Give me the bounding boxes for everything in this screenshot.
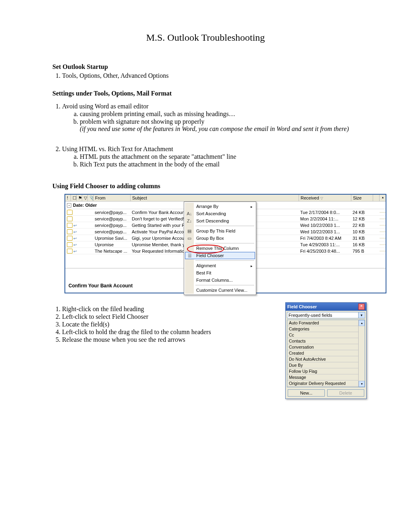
heading-startup: Set Outlook Startup: [52, 63, 359, 71]
col-flag-icon[interactable]: ▽: [82, 195, 88, 201]
field-chooser-title: Field Chooser: [287, 304, 317, 309]
field-chooser-icon: ☰: [187, 253, 193, 258]
menu-item[interactable]: Arrange By: [185, 203, 255, 210]
mf-item-1: Avoid using Word as email editor causing…: [62, 103, 359, 133]
field-category-combo[interactable]: Frequently-used fields: [287, 312, 365, 318]
field-list[interactable]: Auto ForwardedCategoriesCcContactsConver…: [287, 320, 365, 387]
cell-size: 795 B: [351, 248, 373, 254]
mf-item-1a: causing problem printing email, such as …: [80, 110, 359, 118]
field-item[interactable]: Originator Delivery Requested: [287, 380, 358, 387]
field-item[interactable]: Contacts: [287, 338, 358, 344]
col-reminder-icon[interactable]: ⚑: [77, 195, 82, 201]
cell-from: service@payp...: [93, 210, 131, 215]
cell-flag: [373, 225, 380, 226]
menu-item-label: Arrange By: [196, 204, 218, 209]
menu-item-label: Best Fit: [196, 270, 211, 275]
field-chooser-titlebar[interactable]: Field Chooser ×: [286, 303, 366, 311]
field-chooser-dialog: Field Chooser × Frequently-used fields A…: [285, 302, 367, 399]
cell-flag: [373, 244, 380, 245]
menu-separator: [195, 243, 254, 243]
column-context-menu: Arrange ByA↓Sort AscendingZ↓Sort Descend…: [184, 202, 256, 295]
menu-item[interactable]: Remove This Column: [185, 245, 255, 252]
field-item[interactable]: Auto Forwarded: [287, 320, 358, 326]
menu-item[interactable]: A↓Sort Ascending: [185, 210, 255, 217]
menu-separator: [195, 260, 254, 261]
menu-item-label: Customize Current View...: [196, 288, 247, 293]
col-received[interactable]: Received ▽: [299, 195, 351, 201]
reply-icon: [73, 223, 77, 226]
field-item[interactable]: Due By: [287, 362, 358, 368]
menu-item[interactable]: ▤Group By This Field: [185, 227, 255, 235]
cell-received: Wed 10/22/2003 1...: [299, 222, 351, 228]
group-field-icon: ▤: [187, 228, 192, 234]
delete-field-button: Delete: [327, 389, 364, 397]
cell-received: Mon 2/2/2004 11:...: [299, 216, 351, 222]
cell-size: 24 KB: [351, 210, 373, 215]
cell-flag: [373, 231, 380, 232]
field-item[interactable]: Follow Up Flag: [287, 368, 358, 374]
cell-flag: [373, 212, 380, 213]
field-item[interactable]: Conversation: [287, 344, 358, 350]
menu-item-label: Format Columns...: [196, 278, 232, 283]
envelope-icon: [67, 242, 73, 247]
mf-item-1b-text: problem with signature not showing up pr…: [80, 118, 204, 125]
cell-size: 10 KB: [351, 229, 373, 235]
submenu-arrow-icon: [251, 263, 253, 268]
close-icon[interactable]: ×: [358, 303, 365, 310]
menu-item-label: Group By This Field: [196, 229, 235, 233]
menu-item-label: Sort Descending: [196, 218, 229, 223]
mf-item-2-text: Using HTML vs. Rich Text for Attachment: [62, 145, 173, 152]
group-box-icon: ▭: [187, 235, 192, 241]
mf-item-2a: HTML puts the attachment on the separate…: [80, 153, 359, 160]
menu-item[interactable]: Alignment: [185, 262, 255, 269]
cell-received: Tue 4/29/2003 11:...: [299, 242, 351, 247]
menu-item[interactable]: Best Fit: [185, 269, 255, 276]
mailformat-list: Avoid using Word as email editor causing…: [62, 103, 359, 133]
envelope-icon: [67, 210, 73, 215]
field-list-scrollbar[interactable]: [358, 320, 365, 387]
cell-size: 12 KB: [351, 216, 373, 222]
cell-from: service@payp...: [93, 229, 131, 235]
new-field-button[interactable]: New...: [288, 389, 325, 397]
field-item[interactable]: Do Not AutoArchive: [287, 356, 358, 362]
field-item[interactable]: Categories: [287, 326, 358, 332]
menu-item[interactable]: Customize Current View...: [185, 287, 255, 294]
cell-from: Upromise Savi...: [93, 235, 131, 241]
mf-item-1-text: Avoid using Word as email editor: [62, 103, 149, 110]
menu-item-label: Group By Box: [196, 236, 224, 241]
menu-item[interactable]: ▭Group By Box: [185, 235, 255, 242]
menu-item[interactable]: ☰Field Chooser: [185, 252, 255, 259]
reply-icon: [73, 242, 77, 245]
cell-received: Fri 7/4/2003 8:42 AM: [299, 235, 351, 241]
mf-item-2: Using HTML vs. Rich Text for Attachment …: [62, 145, 359, 168]
col-size[interactable]: Size: [351, 195, 373, 201]
menu-item[interactable]: Z↓Sort Descending: [185, 217, 255, 224]
envelope-icon: [67, 229, 73, 234]
field-item[interactable]: Message: [287, 374, 358, 380]
field-item[interactable]: Cc: [287, 332, 358, 338]
col-importance-icon[interactable]: !: [65, 195, 71, 201]
cell-size: 22 KB: [351, 222, 373, 228]
collapse-icon[interactable]: -: [67, 203, 71, 208]
sort-desc-icon: Z↓: [187, 218, 192, 224]
col-followup-icon[interactable]: [373, 195, 380, 201]
menu-separator: [195, 226, 254, 226]
col-attach-icon[interactable]: 📎: [88, 195, 93, 201]
col-from[interactable]: From: [93, 195, 131, 201]
col-subject[interactable]: Subject: [131, 195, 299, 201]
reply-icon: [73, 229, 77, 233]
cell-received: Wed 10/22/2003 1...: [299, 229, 351, 235]
menu-item[interactable]: Format Columns...: [185, 276, 255, 284]
outlook-screenshot: ! ☐ ⚑ ▽ 📎 From Subject Received ▽ Size ▴…: [64, 194, 391, 293]
message-list-header[interactable]: ! ☐ ⚑ ▽ 📎 From Subject Received ▽ Size ▴: [65, 195, 386, 202]
col-type-icon[interactable]: ☐: [71, 195, 77, 201]
cell-from: service@payp...: [93, 222, 131, 228]
cell-flag: [373, 238, 380, 239]
field-item[interactable]: Created: [287, 350, 358, 356]
cell-flag: [373, 218, 380, 219]
submenu-arrow-icon: [251, 204, 253, 209]
scroll-up-icon[interactable]: ▴: [380, 195, 386, 201]
sort-asc-icon: A↓: [187, 211, 192, 216]
field-item[interactable]: Read: [287, 387, 358, 387]
startup-step-1: Tools, Options, Other, Advanced Options: [62, 72, 359, 79]
